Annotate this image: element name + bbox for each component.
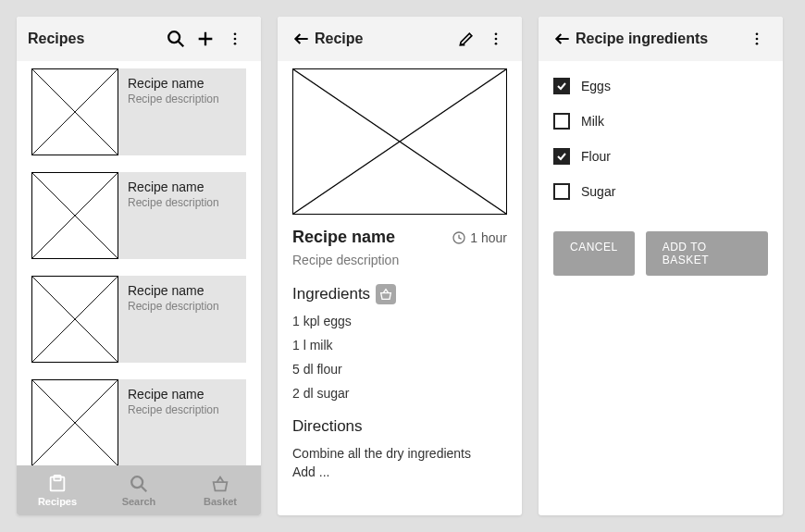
add-icon[interactable] bbox=[191, 24, 220, 54]
ingredients-heading-label: Ingredients bbox=[292, 285, 370, 303]
svg-point-17 bbox=[131, 476, 142, 488]
svg-point-28 bbox=[756, 32, 759, 35]
topbar: Recipes bbox=[17, 17, 261, 61]
svg-point-0 bbox=[168, 31, 180, 43]
svg-point-5 bbox=[234, 38, 237, 41]
ingredient-item: 2 dl sugar bbox=[292, 386, 507, 401]
ingredients-checklist: Eggs Milk Flour Sugar CANCEL ADD TO BASK… bbox=[539, 61, 783, 515]
svg-rect-15 bbox=[51, 477, 65, 491]
recipe-card-body: Recipe name Recipe description bbox=[118, 379, 246, 466]
ingredient-label: Sugar bbox=[581, 184, 615, 199]
recipe-detail: Recipe name 1 hour Recipe description In… bbox=[278, 61, 522, 515]
recipes-icon bbox=[47, 474, 68, 494]
ingredient-label: Flour bbox=[581, 149, 611, 164]
recipe-name: Recipe name bbox=[128, 76, 237, 91]
recipe-name: Recipe name bbox=[128, 387, 237, 402]
nav-label: Basket bbox=[204, 496, 237, 507]
page-title: Recipes bbox=[28, 31, 161, 47]
recipe-card-body: Recipe name Recipe description bbox=[118, 68, 246, 155]
recipes-list-screen: Recipes Recipe name Recipe description bbox=[17, 17, 261, 515]
ingredient-label: Eggs bbox=[581, 79, 611, 93]
recipe-card-body: Recipe name Recipe description bbox=[118, 276, 246, 363]
checkbox[interactable] bbox=[553, 113, 570, 130]
recipe-ingredients-screen: Recipe ingredients Eggs Milk Flour Sugar bbox=[539, 17, 783, 515]
nav-search[interactable]: Search bbox=[98, 465, 180, 515]
more-icon[interactable] bbox=[742, 24, 772, 54]
checkbox[interactable] bbox=[553, 78, 570, 94]
ingredient-check-row[interactable]: Milk bbox=[553, 104, 768, 139]
checkbox[interactable] bbox=[553, 183, 570, 200]
recipe-time-value: 1 hour bbox=[470, 230, 507, 245]
page-title: Recipe bbox=[315, 31, 452, 47]
recipe-description: Recipe description bbox=[128, 196, 237, 209]
recipe-hero-placeholder bbox=[292, 68, 507, 215]
recipe-thumbnail-placeholder bbox=[31, 276, 118, 363]
basket-icon bbox=[210, 474, 230, 494]
ingredient-item: 1 l milk bbox=[292, 338, 507, 353]
recipe-thumbnail-placeholder bbox=[31, 68, 118, 155]
topbar: Recipe bbox=[278, 17, 522, 61]
nav-basket[interactable]: Basket bbox=[180, 465, 261, 515]
back-icon[interactable] bbox=[289, 24, 315, 54]
nav-label: Search bbox=[122, 496, 156, 507]
svg-line-1 bbox=[179, 42, 184, 47]
recipe-card[interactable]: Recipe name Recipe description bbox=[31, 172, 246, 259]
recipe-description: Recipe description bbox=[128, 93, 237, 105]
topbar: Recipe ingredients bbox=[539, 17, 783, 61]
recipe-card[interactable]: Recipe name Recipe description bbox=[31, 68, 246, 155]
bottom-nav: Recipes Search Basket bbox=[17, 465, 261, 515]
recipe-name: Recipe name bbox=[128, 283, 237, 298]
back-icon[interactable] bbox=[550, 24, 576, 54]
recipe-thumbnail-placeholder bbox=[31, 172, 118, 259]
recipe-name: Recipe name bbox=[128, 179, 237, 194]
add-to-basket-button[interactable]: ADD TO BASKET bbox=[646, 231, 768, 276]
ingredient-label: Milk bbox=[581, 114, 604, 129]
directions-heading: Directions bbox=[292, 417, 507, 436]
more-icon[interactable] bbox=[481, 24, 511, 54]
ingredient-check-row[interactable]: Flour bbox=[553, 139, 768, 174]
svg-point-29 bbox=[756, 38, 759, 41]
recipe-time: 1 hour bbox=[452, 230, 507, 245]
svg-point-4 bbox=[234, 32, 237, 35]
svg-point-23 bbox=[495, 43, 498, 45]
recipe-name: Recipe name bbox=[292, 228, 395, 247]
recipes-list: Recipe name Recipe description Recipe na… bbox=[17, 61, 261, 515]
recipe-thumbnail-placeholder bbox=[31, 379, 118, 466]
ingredient-check-row[interactable]: Eggs bbox=[553, 68, 768, 104]
recipe-detail-screen: Recipe Recipe name 1 hour Recipe descrip… bbox=[278, 17, 522, 515]
svg-line-18 bbox=[142, 487, 147, 492]
nav-label: Recipes bbox=[38, 496, 77, 507]
svg-point-6 bbox=[234, 43, 237, 45]
checkbox[interactable] bbox=[553, 148, 570, 165]
page-title: Recipe ingredients bbox=[576, 31, 742, 47]
ingredients-list: 1 kpl eggs 1 l milk 5 dl flour 2 dl suga… bbox=[292, 314, 507, 401]
nav-recipes[interactable]: Recipes bbox=[17, 465, 98, 515]
ingredient-item: 5 dl flour bbox=[292, 362, 507, 377]
add-ingredients-to-basket-button[interactable] bbox=[376, 284, 396, 304]
recipe-description: Recipe description bbox=[292, 253, 507, 267]
recipe-description: Recipe description bbox=[128, 300, 237, 313]
svg-point-30 bbox=[756, 43, 759, 45]
search-icon[interactable] bbox=[161, 24, 191, 54]
recipe-description: Recipe description bbox=[128, 403, 237, 416]
ingredient-check-row[interactable]: Sugar bbox=[553, 174, 768, 209]
recipe-card[interactable]: Recipe name Recipe description bbox=[31, 276, 246, 363]
more-icon[interactable] bbox=[220, 24, 250, 54]
clock-icon bbox=[452, 230, 466, 245]
recipe-card-body: Recipe name Recipe description bbox=[118, 172, 246, 259]
svg-point-22 bbox=[495, 38, 498, 41]
edit-icon[interactable] bbox=[452, 24, 481, 54]
search-icon bbox=[129, 474, 149, 494]
recipe-title-row: Recipe name 1 hour bbox=[292, 228, 507, 247]
svg-point-21 bbox=[495, 32, 498, 35]
ingredient-item: 1 kpl eggs bbox=[292, 314, 507, 328]
action-buttons: CANCEL ADD TO BASKET bbox=[553, 231, 768, 276]
directions-body: Combine all the dry ingredients Add ... bbox=[292, 445, 507, 481]
recipe-card[interactable]: Recipe name Recipe description bbox=[31, 379, 246, 466]
cancel-button[interactable]: CANCEL bbox=[553, 231, 635, 276]
ingredients-heading: Ingredients bbox=[292, 284, 507, 304]
